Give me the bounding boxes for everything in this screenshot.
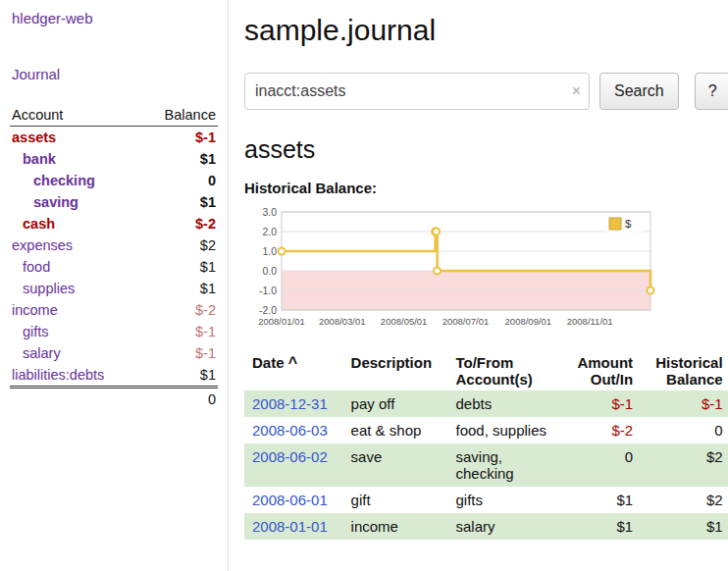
account-name-cell: assets xyxy=(10,127,142,149)
help-button[interactable]: ? xyxy=(695,73,728,110)
register-header-description: Description xyxy=(343,351,448,390)
account-link[interactable]: food xyxy=(23,259,50,275)
account-row: salary$-1 xyxy=(10,342,218,364)
accounts-header-row: Account Balance xyxy=(10,104,218,127)
chart-legend-swatch-icon xyxy=(609,218,621,230)
account-row: liabilities:debts$1 xyxy=(10,364,218,388)
register-amount-cell: $-2 xyxy=(563,417,641,443)
account-link[interactable]: supplies xyxy=(23,281,75,296)
chart-x-tick-label: 2008/07/01 xyxy=(442,316,490,327)
account-row: income$-2 xyxy=(10,299,218,321)
sidebar: hledger-web Journal Account Balance asse… xyxy=(0,0,229,571)
account-row: gifts$-1 xyxy=(10,321,218,342)
chart-y-tick-label: 0.0 xyxy=(262,265,277,277)
account-name-cell: expenses xyxy=(10,234,142,256)
transaction-date-link[interactable]: 2008-01-01 xyxy=(252,518,328,535)
account-link[interactable]: bank xyxy=(23,151,56,167)
balance-chart: 3.02.01.00.0-1.0-2.02008/01/012008/03/01… xyxy=(244,202,660,337)
account-link[interactable]: saving xyxy=(33,194,78,210)
chart-data-point xyxy=(279,248,286,255)
register-row: 2008-12-31pay offdebts$-1$-1 xyxy=(244,390,728,417)
accounts-header-balance: Balance xyxy=(142,104,218,127)
accounts-total-row: 0 xyxy=(10,388,218,411)
chart-title: Historical Balance: xyxy=(244,180,728,196)
register-date-cell: 2008-01-01 xyxy=(244,513,343,540)
register-header-balance: Historical Balance xyxy=(641,351,728,390)
accounts-total-spacer xyxy=(10,388,142,411)
register-row: 2008-06-03eat & shopfood, supplies$-20 xyxy=(244,417,728,443)
search-button[interactable]: Search xyxy=(599,73,679,110)
app-window: hledger-web Journal Account Balance asse… xyxy=(0,0,728,571)
chart-x-tick-label: 2008/09/01 xyxy=(505,316,552,327)
transaction-date-link[interactable]: 2008-06-01 xyxy=(252,492,328,508)
chart-legend-label: $ xyxy=(625,218,632,230)
chart-y-tick-label: 1.0 xyxy=(262,245,277,257)
account-row: saving$1 xyxy=(10,191,218,213)
account-name-cell: supplies xyxy=(10,278,142,299)
register-row: 2008-01-01incomesalary$1$1 xyxy=(244,513,728,540)
register-accounts-cell: debts xyxy=(447,390,563,417)
account-row: food$1 xyxy=(10,256,218,278)
account-balance: $-2 xyxy=(142,299,218,321)
account-balance: $2 xyxy=(142,234,218,256)
chart-y-tick-label: -2.0 xyxy=(259,304,277,316)
account-balance: $1 xyxy=(142,191,218,213)
register-amount-cell: $1 xyxy=(563,487,641,513)
register-accounts-cell: salary xyxy=(447,513,563,540)
transaction-date-link[interactable]: 2008-12-31 xyxy=(252,395,328,412)
register-balance-cell: $-1 xyxy=(641,390,728,417)
register-date-cell: 2008-06-02 xyxy=(244,443,343,487)
search-box: × xyxy=(244,73,590,110)
account-balance: $1 xyxy=(142,256,218,278)
account-row: bank$1 xyxy=(10,148,218,170)
account-name-cell: liabilities:debts xyxy=(10,364,142,388)
register-description-cell: pay off xyxy=(343,390,448,417)
account-name-cell: saving xyxy=(10,191,142,213)
account-row: supplies$1 xyxy=(10,278,218,299)
register-description-cell: gift xyxy=(343,487,448,513)
chart-data-point xyxy=(433,229,440,235)
accounts-header-account: Account xyxy=(10,104,142,127)
register-description-cell: income xyxy=(343,513,448,540)
account-link[interactable]: checking xyxy=(33,173,95,188)
app-title[interactable]: hledger-web xyxy=(0,8,228,26)
account-link[interactable]: gifts xyxy=(23,324,49,339)
account-balance: $1 xyxy=(142,148,218,170)
account-link[interactable]: salary xyxy=(23,345,61,361)
main-content: sample.journal × Search ? assets Histori… xyxy=(229,0,728,571)
account-balance: $1 xyxy=(142,364,218,388)
account-link[interactable]: income xyxy=(12,302,58,318)
register-description-cell: eat & shop xyxy=(343,417,448,443)
chart-x-tick-label: 2008/11/01 xyxy=(567,316,613,327)
account-name-cell: checking xyxy=(10,170,142,191)
register-description-cell: save xyxy=(343,443,448,487)
account-link[interactable]: expenses xyxy=(12,237,73,253)
account-balance: $-1 xyxy=(142,321,218,342)
account-name-cell: cash xyxy=(10,213,142,234)
register-accounts-cell: saving, checking xyxy=(447,443,563,487)
register-balance-cell: $2 xyxy=(641,443,728,487)
account-link[interactable]: cash xyxy=(23,216,55,232)
account-link[interactable]: liabilities:debts xyxy=(12,367,104,383)
register-date-cell: 2008-06-03 xyxy=(244,417,343,443)
account-balance: $-2 xyxy=(142,213,218,234)
transaction-date-link[interactable]: 2008-06-02 xyxy=(252,448,328,465)
accounts-total-value: 0 xyxy=(142,388,218,411)
register-header-accounts: To/From Account(s) xyxy=(447,351,563,390)
account-link[interactable]: assets xyxy=(12,130,56,145)
account-name-cell: gifts xyxy=(10,321,142,342)
transaction-date-link[interactable]: 2008-06-03 xyxy=(252,422,328,439)
register-table: Date ^ Description To/From Account(s) Am… xyxy=(244,351,728,540)
register-body: 2008-12-31pay offdebts$-1$-12008-06-03ea… xyxy=(244,390,728,540)
nav-journal-link[interactable]: Journal xyxy=(12,66,216,82)
search-bar: × Search ? xyxy=(244,73,728,110)
clear-search-icon[interactable]: × xyxy=(572,83,581,99)
register-header-amount: Amount Out/In xyxy=(563,351,641,390)
register-accounts-cell: food, supplies xyxy=(447,417,563,443)
account-row: assets$-1 xyxy=(10,127,218,149)
search-input[interactable] xyxy=(244,73,590,110)
register-balance-cell: 0 xyxy=(641,417,728,443)
page-title: sample.journal xyxy=(244,14,728,47)
register-header-date[interactable]: Date ^ xyxy=(244,351,343,390)
register-row: 2008-06-02savesaving, checking0$2 xyxy=(244,443,728,487)
